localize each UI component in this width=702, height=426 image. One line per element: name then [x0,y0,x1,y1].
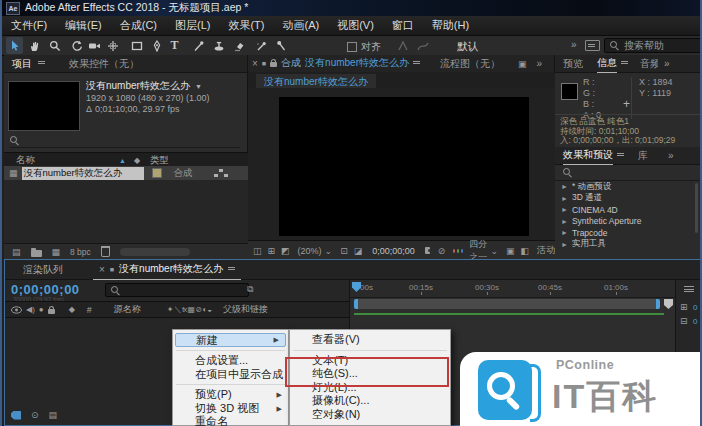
region-of-interest-icon[interactable]: ⊡ [340,246,348,256]
new-comp-icon[interactable]: ▦ [52,247,61,257]
comp-viewer[interactable] [248,88,555,240]
type-tool-icon[interactable]: T [166,37,183,54]
fast-previews-icon[interactable]: ▣ [506,246,515,256]
tab-effect-controls[interactable]: 效果控件（无） [69,57,139,71]
new-folder-icon[interactable] [31,250,42,257]
tab-library[interactable]: 库 [638,149,648,163]
column-name[interactable]: 名称 [16,154,35,167]
overflow-icon[interactable]: » [668,150,674,161]
expand-out-icon[interactable]: ⊟ [680,316,688,326]
switches-columns[interactable]: ✦ ＼ fx ▦ ⊘ ◐ ◒ [167,304,211,315]
caret-down-icon[interactable]: ▼ [195,83,202,90]
snapshot-camera-icon[interactable] [425,247,430,254]
tree-arrow-icon[interactable]: ► [561,183,568,190]
effects-scrollbar[interactable] [695,183,698,233]
motion-blur-icon[interactable]: ▤ [49,410,58,420]
panel-menu-icon[interactable] [228,267,235,272]
project-row-comp[interactable]: ▦ 没有number特效怎么办 合成 [4,166,248,180]
comp-timecode[interactable]: 0;00;00;00 [372,246,415,256]
work-area-end-handle[interactable] [656,299,660,309]
chevron-down-icon[interactable]: ⌄ [490,246,498,256]
menu-item-new[interactable]: 新建▶ [175,333,286,347]
audio-icon[interactable]: ◀) [26,305,35,314]
show-channels-icon[interactable] [453,249,455,253]
tree-arrow-icon[interactable]: ► [561,229,568,236]
menu-help[interactable]: 帮助(H) [423,18,478,33]
submenu-item-null-object[interactable]: 空对象(N) [290,408,450,422]
expand-in-icon[interactable]: ⊞ [680,302,688,312]
title-bar[interactable]: Ae Adobe After Effects CC 2018 - 无标题项目.a… [2,0,700,16]
menu-item-composition-settings[interactable]: 合成设置... [173,354,288,368]
composition-mini-flowchart-icon[interactable]: ⧉ [247,284,253,295]
menu-item-preview[interactable]: 预览(P)▶ [173,388,288,402]
tab-audio[interactable]: 音频 [640,57,658,71]
project-comp-title[interactable]: 没有number特效怎么办 [86,79,190,93]
tree-arrow-icon[interactable]: ► [561,241,568,248]
puppet-pin-tool-icon[interactable] [272,37,289,54]
camera-view-selector[interactable]: 活动 [537,244,555,257]
tab-flowchart[interactable]: 流程图（无） [440,57,500,71]
channel-icon[interactable]: ◩ [281,246,290,256]
panel-menu-icon[interactable] [413,61,420,66]
close-icon[interactable]: × [252,58,258,69]
brush-tool-icon[interactable] [190,37,207,54]
menu-window[interactable]: 窗口 [383,18,423,33]
overflow-icon[interactable]: » [664,58,670,69]
parent-link-column[interactable]: 父级和链接 [223,303,268,316]
comp-marker-icon[interactable] [684,286,694,294]
menu-file[interactable]: 文件(F) [2,18,56,33]
menu-item-rename[interactable]: 重命名 [173,415,288,426]
snapshot-icon[interactable]: ▣ [518,59,527,69]
pixel-aspect-icon[interactable]: ◧ [521,246,530,256]
pan-behind-tool-icon[interactable] [104,37,121,54]
label-color-chip[interactable] [152,168,162,178]
bpc-label[interactable]: 8 bpc [70,247,91,257]
comp-canvas[interactable] [279,97,529,236]
transparency-grid-icon[interactable]: ◪ [354,246,363,256]
eye-icon[interactable] [11,306,22,314]
shape-tool-icon[interactable] [128,37,145,54]
label-column-icon[interactable]: ◆ [134,156,140,165]
main-viewer-icon[interactable]: ⊞ [268,246,276,256]
effects-item[interactable]: ►实用工具 [561,239,702,251]
rotate-tool-icon[interactable] [68,37,85,54]
panel-menu-icon[interactable] [617,153,624,158]
menu-edit[interactable]: 编辑(E) [56,18,111,33]
zoom-tool-icon[interactable] [46,37,63,54]
row-name[interactable]: 没有number特效怎么办 [22,167,144,180]
interpret-footage-icon[interactable]: ▤ [12,247,21,257]
menu-item-reveal-in-project[interactable]: 在项目中显示合成 [173,368,288,382]
effects-item[interactable]: ►3D 通道 [561,193,702,205]
effects-item[interactable]: ►CINEMA 4D [561,204,702,216]
menu-item-switch-3d-view[interactable]: 切换 3D 视图▶ [173,402,288,416]
trash-icon[interactable] [101,246,110,257]
magnification-ratio[interactable]: (20%) [298,246,322,256]
effects-item[interactable]: ►* 动画预设 [561,181,702,193]
always-preview-icon[interactable]: ◫ [253,246,262,256]
submenu-item-camera[interactable]: 摄像机(C)... [290,394,450,408]
tree-arrow-icon[interactable]: ► [561,206,568,213]
tree-arrow-icon[interactable]: ► [561,195,568,202]
menu-layer[interactable]: 图层(L) [166,18,219,33]
time-ruler[interactable]: 00s 00:15s 00:30s 00:45s 01:00s [350,280,676,298]
clone-stamp-tool-icon[interactable] [210,37,227,54]
solo-icon[interactable]: ● [39,305,44,314]
lock-icon[interactable] [270,62,277,67]
show-snapshot-icon[interactable]: ⊘ [438,246,446,256]
workspace-bar-icon[interactable] [585,40,600,51]
submenu-item-viewer[interactable]: 查看器(V) [290,333,450,347]
source-name-column[interactable]: 源名称 [114,303,141,316]
effects-search-input[interactable] [555,165,702,181]
tree-arrow-icon[interactable]: ► [561,218,568,225]
index-column[interactable]: # [87,305,92,315]
tab-effects-presets[interactable]: 效果和预设 [563,147,613,165]
hand-tool-icon[interactable] [26,37,43,54]
footer-scrollbar[interactable] [120,248,190,256]
chevron-down-icon[interactable]: ⌄ [325,246,333,256]
shy-shield-icon[interactable] [664,299,673,309]
workspace-selector[interactable]: 默认 [457,40,478,54]
effects-item[interactable]: ►Synthetic Aperture [561,216,702,228]
workspace-overflow-icon[interactable]: » [571,39,577,50]
close-icon[interactable]: × [99,264,105,275]
current-timecode[interactable]: 0;00;00;00 [11,282,80,297]
